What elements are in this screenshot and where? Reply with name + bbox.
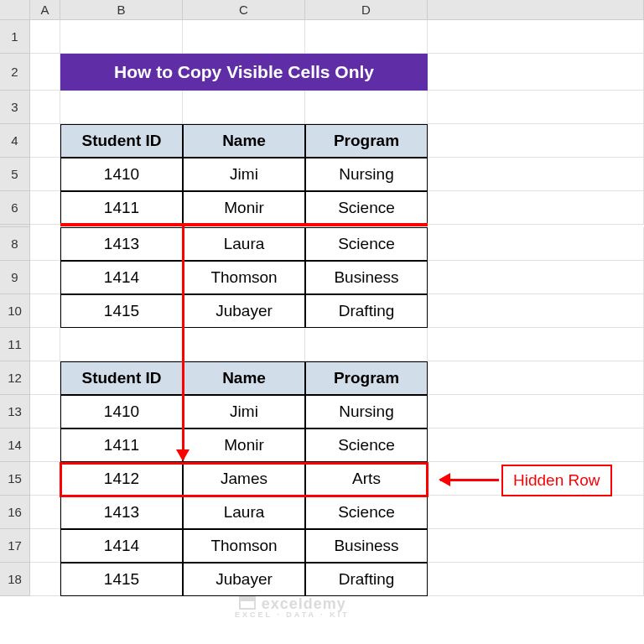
cell[interactable] (428, 20, 644, 54)
table-cell[interactable]: Science (305, 496, 428, 529)
table-cell[interactable]: Science (305, 428, 428, 462)
cell[interactable] (428, 261, 644, 294)
cell[interactable] (30, 294, 60, 328)
cell[interactable] (428, 529, 644, 563)
table-cell[interactable]: Laura (183, 496, 305, 529)
cell[interactable] (428, 328, 644, 361)
cell[interactable] (183, 328, 305, 361)
cell[interactable] (60, 20, 183, 54)
cell[interactable] (428, 294, 644, 328)
cell[interactable] (30, 227, 60, 261)
row-header[interactable]: 16 (0, 496, 30, 529)
table-cell[interactable]: Business (305, 261, 428, 294)
table-cell[interactable]: Nursing (305, 395, 428, 428)
row-header[interactable]: 17 (0, 529, 30, 563)
table-cell[interactable]: Drafting (305, 563, 428, 596)
row-header[interactable]: 13 (0, 395, 30, 428)
table2-header-program[interactable]: Program (305, 361, 428, 395)
row-header[interactable]: 8 (0, 227, 30, 261)
row-header[interactable]: 15 (0, 462, 30, 496)
row-header[interactable]: 11 (0, 328, 30, 361)
row-header[interactable]: 12 (0, 361, 30, 395)
table-cell[interactable]: Monir (183, 428, 305, 462)
table-cell[interactable]: 1410 (60, 158, 183, 191)
cell[interactable] (30, 361, 60, 395)
cell[interactable] (30, 261, 60, 294)
title-cell[interactable]: How to Copy Visible Cells Only (60, 54, 428, 91)
table-cell[interactable]: Monir (183, 191, 305, 225)
table-cell[interactable]: 1415 (60, 294, 183, 328)
select-all-corner[interactable] (0, 0, 30, 19)
table-cell[interactable]: Drafting (305, 294, 428, 328)
cell[interactable] (428, 496, 644, 529)
table-cell[interactable]: 1414 (60, 261, 183, 294)
cell[interactable] (305, 328, 428, 361)
table-cell[interactable]: Science (305, 227, 428, 261)
cell[interactable] (428, 124, 644, 158)
cell[interactable] (428, 91, 644, 124)
table-cell[interactable]: 1415 (60, 563, 183, 596)
cell[interactable] (30, 462, 60, 496)
cell[interactable] (428, 227, 644, 261)
table-cell[interactable]: Jubayer (183, 294, 305, 328)
row-header[interactable]: 10 (0, 294, 30, 328)
table-cell[interactable]: 1410 (60, 395, 183, 428)
row-header[interactable]: 6 (0, 191, 30, 225)
cell[interactable] (428, 428, 644, 462)
table1-header-id[interactable]: Student ID (60, 124, 183, 158)
row-header[interactable]: 18 (0, 563, 30, 596)
table-cell[interactable]: Science (305, 191, 428, 225)
cell[interactable] (428, 563, 644, 596)
cell[interactable] (305, 91, 428, 124)
cell[interactable] (305, 20, 428, 54)
cell[interactable] (30, 158, 60, 191)
cell[interactable] (30, 496, 60, 529)
row-header[interactable]: 9 (0, 261, 30, 294)
table-cell[interactable]: Laura (183, 227, 305, 261)
table-cell[interactable]: Jubayer (183, 563, 305, 596)
cell[interactable] (30, 328, 60, 361)
cell[interactable] (30, 91, 60, 124)
cell[interactable] (183, 20, 305, 54)
table-cell[interactable]: 1413 (60, 227, 183, 261)
cell[interactable] (30, 529, 60, 563)
cell[interactable] (30, 124, 60, 158)
table-cell[interactable]: 1413 (60, 496, 183, 529)
table1-header-name[interactable]: Name (183, 124, 305, 158)
table-cell[interactable]: 1414 (60, 529, 183, 563)
cell[interactable] (30, 395, 60, 428)
table-cell[interactable]: 1412 (60, 462, 183, 496)
table-cell[interactable]: James (183, 462, 305, 496)
cell[interactable] (60, 328, 183, 361)
table-cell[interactable]: Thomson (183, 261, 305, 294)
table1-header-program[interactable]: Program (305, 124, 428, 158)
row-header[interactable]: 5 (0, 158, 30, 191)
cell[interactable] (428, 54, 644, 91)
col-header-D[interactable]: D (305, 0, 428, 19)
cell[interactable] (30, 54, 60, 91)
cell[interactable] (30, 191, 60, 225)
cell[interactable] (30, 428, 60, 462)
cell[interactable] (428, 361, 644, 395)
cell[interactable] (428, 395, 644, 428)
row-header[interactable]: 1 (0, 20, 30, 54)
cell[interactable] (30, 20, 60, 54)
table-cell[interactable]: Jimi (183, 158, 305, 191)
table2-header-name[interactable]: Name (183, 361, 305, 395)
table-cell[interactable]: Jimi (183, 395, 305, 428)
row-header[interactable]: 3 (0, 91, 30, 124)
table2-header-id[interactable]: Student ID (60, 361, 183, 395)
table-cell[interactable]: Thomson (183, 529, 305, 563)
cell[interactable] (428, 158, 644, 191)
table-cell[interactable]: 1411 (60, 191, 183, 225)
table-cell[interactable]: Arts (305, 462, 428, 496)
cell[interactable] (30, 563, 60, 596)
col-header-C[interactable]: C (183, 0, 305, 19)
table-cell[interactable]: 1411 (60, 428, 183, 462)
cell[interactable] (428, 191, 644, 225)
col-header-A[interactable]: A (30, 0, 60, 19)
row-header[interactable]: 2 (0, 54, 30, 91)
table-cell[interactable]: Nursing (305, 158, 428, 191)
col-header-B[interactable]: B (60, 0, 183, 19)
cell[interactable] (183, 91, 305, 124)
